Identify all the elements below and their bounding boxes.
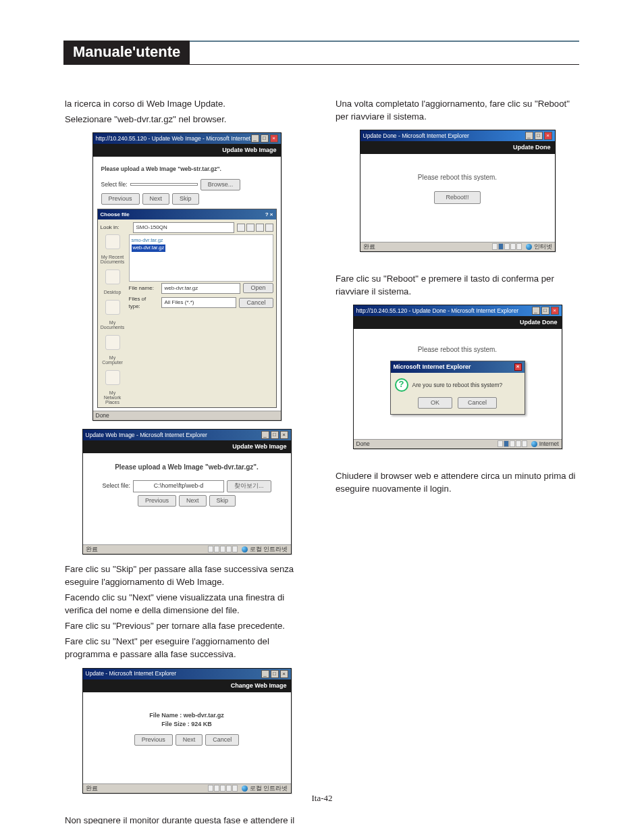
od-up-icon[interactable] — [246, 224, 254, 232]
right-p3: Chiudere il browser web e attendere circ… — [336, 469, 579, 495]
s2-next-button[interactable]: Next — [179, 495, 207, 507]
s1-select-label: Select file: — [101, 180, 128, 188]
minimize-icon[interactable]: _ — [525, 132, 533, 140]
maximize-icon[interactable]: □ — [535, 132, 543, 140]
left-p1a: la ricerca in corso di Web Image Update. — [65, 97, 308, 110]
my-documents-icon[interactable] — [105, 300, 120, 315]
s6-zone: Internet — [539, 440, 559, 448]
od-file-item-selected[interactable]: web-dvr.tar.gz — [132, 244, 166, 252]
s5-msg: Please reboot this system. — [367, 173, 548, 183]
close-icon[interactable]: × — [544, 132, 552, 140]
left-p2a: Fare clic su "Skip" per passare alla fas… — [65, 563, 308, 588]
left-p2c: Fare clic su "Previous" per tornare alla… — [65, 619, 308, 632]
zone-icon — [242, 546, 248, 552]
s2-file-input[interactable]: C:\home\ftp\web-d — [133, 480, 224, 492]
close-icon[interactable]: × — [280, 431, 288, 439]
zone-icon — [526, 244, 532, 250]
s2-previous-button[interactable]: Previous — [138, 495, 176, 507]
s3-zone: 로컬 인트라넷 — [250, 784, 288, 792]
question-icon — [395, 378, 408, 392]
screenshot-update-web-image: Update Web Image - Microsoft Internet Ex… — [82, 429, 292, 555]
screenshot-update-web-choose-file: http://10.240.55.120 - Update Web Image … — [92, 132, 281, 421]
close-icon[interactable]: × — [270, 134, 278, 143]
s2-zone: 로컬 인트라넷 — [250, 545, 288, 553]
my-computer-icon[interactable] — [105, 335, 120, 350]
s2-status: 완료 — [86, 545, 98, 553]
close-icon[interactable]: × — [551, 307, 559, 315]
od-file-item[interactable]: smo-dvr.tar.gz — [132, 237, 271, 244]
s1-pane: Update Web Image — [93, 144, 281, 157]
od-filetype-select[interactable]: All Files (*.*) — [161, 297, 237, 308]
screenshot-update-done: Update Done - Microsoft Internet Explore… — [360, 130, 556, 252]
s3-title: Update - Microsoft Internet Explorer — [86, 669, 177, 677]
s1-browse-button[interactable]: Browse... — [200, 179, 241, 190]
close-icon[interactable]: × — [280, 670, 288, 678]
maximize-icon[interactable]: □ — [271, 431, 279, 439]
od-open-button[interactable]: Open — [243, 283, 273, 293]
s3-pane: Change Web Image — [83, 679, 291, 692]
screenshot-change-web-image: Update - Microsoft Internet Explorer _□×… — [82, 668, 292, 794]
confirm-ok-button[interactable]: OK — [418, 397, 452, 409]
s1-file-input[interactable] — [130, 183, 198, 186]
maximize-icon[interactable]: □ — [541, 307, 549, 315]
s2-pane: Update Web Image — [83, 440, 291, 453]
s1-next-button[interactable]: Next — [142, 193, 170, 205]
minimize-icon[interactable]: _ — [261, 670, 269, 678]
minimize-icon[interactable]: _ — [251, 134, 259, 143]
s6-status: Done — [356, 440, 370, 448]
s2-browse-button[interactable]: 찾아보기... — [227, 480, 271, 492]
confirm-text: Are you sure to reboot this system? — [412, 381, 503, 389]
minimize-icon[interactable]: _ — [261, 431, 269, 439]
left-p2d: Fare clic su "Next" per eseguire l'aggio… — [65, 635, 308, 661]
s5-status: 완료 — [363, 242, 375, 251]
s5-zone: 인터넷 — [534, 242, 552, 251]
s1-status: Done — [96, 411, 109, 419]
od-newfolder-icon[interactable] — [256, 224, 264, 232]
s6-pane: Update Done — [354, 316, 562, 329]
od-file-list[interactable]: smo-dvr.tar.gz web-dvr.tar.gz — [129, 234, 273, 282]
s3-cancel-button[interactable]: Cancel — [205, 734, 239, 746]
open-file-dialog: Choose file? × Look in: SMO-150QN My Rec… — [97, 209, 277, 408]
s2-select-label: Select file: — [102, 482, 130, 490]
s2-title: Update Web Image - Microsoft Internet Ex… — [86, 431, 207, 439]
s2-skip-button[interactable]: Skip — [209, 495, 236, 507]
desktop-icon[interactable] — [105, 269, 120, 284]
od-back-icon[interactable] — [237, 224, 245, 232]
s2-msg: Please upload a Web Image "web-dvr.tar.g… — [90, 463, 284, 473]
s3-previous-button[interactable]: Previous — [134, 734, 173, 746]
s5-pane: Update Done — [360, 141, 555, 154]
od-lookin-label: Look in: — [101, 224, 130, 232]
s6-msg: Please reboot this system. — [360, 345, 555, 355]
right-p2: Fare clic su "Reboot" e premere il tasto… — [336, 272, 579, 298]
s5-title: Update Done - Microsoft Internet Explore… — [363, 132, 469, 140]
confirm-cancel-button[interactable]: Cancel — [458, 397, 497, 409]
maximize-icon[interactable]: □ — [271, 670, 279, 678]
s1-msg: Please upload a Web Image "web-str.tar.g… — [101, 165, 277, 173]
right-p1: Una volta completato l'aggiornamento, fa… — [336, 97, 579, 123]
od-views-icon[interactable] — [265, 224, 273, 232]
confirm-title: Microsoft Internet Explorer — [394, 363, 471, 371]
od-close-icon[interactable]: ? × — [265, 211, 273, 219]
s3-next-button[interactable]: Next — [176, 734, 203, 746]
s1-skip-button[interactable]: Skip — [172, 193, 199, 205]
confirm-close-icon[interactable]: × — [514, 363, 522, 371]
recent-documents-icon[interactable] — [105, 234, 120, 249]
s1-title: http://10.240.55.120 - Update Web Image … — [96, 134, 251, 143]
screenshot-update-done-confirm: http://10.240.55.120 - Update Done - Mic… — [353, 305, 562, 449]
od-cancel-button[interactable]: Cancel — [239, 298, 273, 308]
left-p3: Non spegnere il monitor durante questa f… — [65, 814, 308, 824]
zone-icon — [242, 786, 248, 792]
confirm-dialog: Microsoft Internet Explorer× Are you sur… — [390, 361, 525, 415]
my-network-icon[interactable] — [105, 370, 120, 385]
reboot-button[interactable]: Reboot!! — [434, 191, 480, 204]
s3-status: 완료 — [86, 784, 98, 792]
left-p1b: Selezionare "web-dvr.tar.gz" nel browser… — [65, 113, 308, 126]
left-p2b: Facendo clic su "Next" viene visualizzat… — [65, 591, 308, 617]
maximize-icon[interactable]: □ — [261, 134, 269, 143]
od-lookin-select[interactable]: SMO-150QN — [133, 222, 234, 233]
minimize-icon[interactable]: _ — [532, 307, 540, 315]
s1-previous-button[interactable]: Previous — [101, 193, 140, 205]
od-filename-input[interactable]: web-dvr.tar.gz — [161, 283, 241, 294]
page-number: Ita-42 — [0, 793, 644, 804]
od-title: Choose file — [101, 211, 130, 219]
